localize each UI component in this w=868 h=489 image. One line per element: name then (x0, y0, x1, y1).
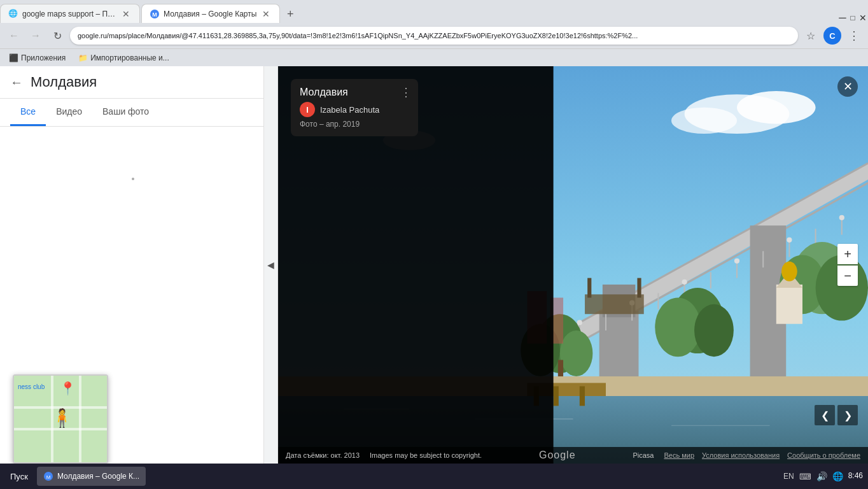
panel-header: ← Молдавия (0, 66, 263, 99)
panel-title: Молдавия (31, 74, 97, 90)
info-card-user: I Izabela Pachuta (300, 102, 409, 117)
info-card: Молдавия ⋮ I Izabela Pachuta Фото – апр.… (291, 79, 418, 136)
info-card-more-button[interactable]: ⋮ (400, 85, 412, 99)
svg-point-35 (560, 330, 593, 376)
bookmark-imported-label: Импортированные и... (90, 53, 169, 62)
svg-point-24 (577, 320, 582, 325)
chrome-window: 🌐 google maps support – Поиск в Goo... ✕… (0, 0, 868, 489)
svg-text:M: M (152, 11, 157, 18)
close-button[interactable]: ✕ (858, 13, 868, 23)
folder-icon: 📁 (78, 53, 88, 62)
maximize-button[interactable]: □ (848, 13, 858, 23)
back-button[interactable]: ← (5, 27, 23, 45)
svg-point-26 (682, 280, 687, 285)
minimize-button[interactable]: ─ (837, 13, 848, 23)
tab-your-photos[interactable]: Ваши фото (92, 99, 159, 126)
bookmark-imported[interactable]: 📁 Импортированные и... (74, 52, 173, 64)
streetview-panel: Молдавия ⋮ I Izabela Pachuta Фото – апр.… (278, 66, 868, 464)
forward-button[interactable]: → (27, 27, 45, 45)
bookmark-star-icon[interactable]: ☆ (802, 27, 820, 45)
bottom-links: Весь мир Условия использования Сообщить … (664, 451, 860, 459)
info-card-date: Фото – апр. 2019 (300, 120, 409, 129)
svg-point-5 (671, 108, 737, 134)
user-avatar: I (300, 102, 315, 117)
taskbar-right: EN ⌨ 🔊 🌐 8:46 (783, 471, 863, 481)
capture-date: Дата съёмки: окт. 2013 (286, 451, 360, 459)
info-card-title: Молдавия (300, 87, 409, 98)
tab-close-1[interactable]: ✕ (120, 8, 132, 20)
clock-time: 8:46 (848, 471, 863, 481)
panel-content: ness club 📍 🧍 (0, 127, 263, 464)
map-thumbnail-bg: ness club 📍 🧍 (14, 376, 107, 462)
zoom-in-button[interactable]: + (837, 244, 858, 264)
panel-collapse-button[interactable]: ◀ (264, 66, 278, 464)
new-tab-button[interactable]: + (281, 5, 299, 23)
google-logo: Google (539, 450, 576, 461)
bookmark-apps[interactable]: ⬛ Приложения (5, 52, 69, 64)
prev-arrow-button[interactable]: ❮ (815, 405, 835, 425)
taskbar-chrome-item[interactable]: M Молдавия – Google К... (37, 467, 146, 486)
main-content: ← Молдавия Все Видео Ваши фото (0, 66, 868, 464)
map-pin-icon: 📍 (60, 381, 76, 396)
loading-dot (132, 178, 134, 180)
svg-rect-55 (580, 386, 585, 406)
world-link[interactable]: Весь мир (664, 451, 694, 459)
zoom-controls: + − (837, 244, 858, 286)
svg-point-29 (839, 215, 844, 220)
streetview-close-button[interactable]: ✕ (837, 76, 858, 97)
apps-icon: ⬛ (9, 53, 18, 62)
network-icon: 🌐 (832, 471, 843, 481)
svg-point-4 (737, 91, 816, 124)
svg-rect-32 (637, 278, 641, 298)
taskbar-chrome-label: Молдавия – Google К... (57, 472, 139, 481)
more-options-button[interactable]: ⋮ (845, 27, 863, 45)
map-thumbnail-label: ness club (18, 383, 45, 390)
next-arrow-button[interactable]: ❯ (837, 405, 858, 425)
tab-moldova-maps[interactable]: M Молдавия – Google Карты ✕ (141, 4, 280, 23)
map-person-icon: 🧍 (51, 408, 73, 429)
zoom-out-button[interactable]: − (837, 266, 858, 286)
tabs-bar: 🌐 google maps support – Поиск в Goo... ✕… (0, 0, 868, 23)
profile-button[interactable]: C (823, 27, 841, 45)
bookmark-apps-label: Приложения (21, 53, 66, 62)
tab-favicon-1: 🌐 (8, 9, 18, 19)
svg-point-38 (655, 298, 701, 357)
tab-close-2[interactable]: ✕ (260, 8, 272, 20)
svg-point-28 (787, 237, 792, 243)
tab-favicon-2: M (150, 9, 160, 19)
svg-rect-54 (554, 386, 559, 406)
streetview-bottom-bar: Дата съёмки: окт. 2013 Images may be sub… (278, 447, 868, 464)
left-panel: ← Молдавия Все Видео Ваши фото (0, 66, 264, 464)
svg-text:M: M (46, 474, 51, 480)
collapse-arrow-icon: ◀ (267, 260, 274, 270)
svg-rect-46 (788, 262, 790, 271)
refresh-button[interactable]: ↻ (48, 27, 66, 45)
svg-point-27 (734, 259, 739, 264)
chrome-taskbar-icon: M (43, 471, 53, 481)
speaker-icon: 🔊 (816, 471, 827, 481)
picasa-text: Picasa (633, 451, 654, 459)
tab-google-maps-support[interactable]: 🌐 google maps support – Поиск в Goo... ✕ (0, 4, 140, 23)
address-bar-row: ← → ↻ ☆ C ⋮ (0, 23, 868, 48)
svg-rect-31 (587, 278, 591, 298)
user-name: Izabela Pachuta (320, 105, 379, 115)
tab-all[interactable]: Все (10, 99, 46, 126)
taskbar-lang: EN (783, 472, 794, 481)
tab-title-1: google maps support – Поиск в Goo... (22, 10, 116, 18)
navigation-arrows: ❮ ❯ (815, 405, 858, 425)
svg-point-39 (694, 304, 734, 357)
svg-rect-30 (585, 294, 644, 314)
map-thumbnail[interactable]: ness club 📍 🧍 (13, 374, 108, 464)
address-input[interactable] (70, 27, 798, 45)
terms-link[interactable]: Условия использования (702, 451, 780, 459)
bookmarks-bar: ⬛ Приложения 📁 Импортированные и... (0, 48, 868, 66)
tab-video[interactable]: Видео (46, 99, 92, 126)
keyboard-tray-icon: ⌨ (799, 472, 811, 481)
report-link[interactable]: Сообщить о проблеме (787, 451, 860, 459)
start-button[interactable]: Пуск (5, 469, 33, 484)
taskbar-time: 8:46 (848, 471, 863, 481)
svg-rect-43 (776, 285, 802, 324)
panel-back-button[interactable]: ← (10, 75, 23, 90)
copyright-text: Images may be subject to copyright. (370, 451, 482, 459)
tab-title-2: Молдавия – Google Карты (164, 10, 256, 18)
